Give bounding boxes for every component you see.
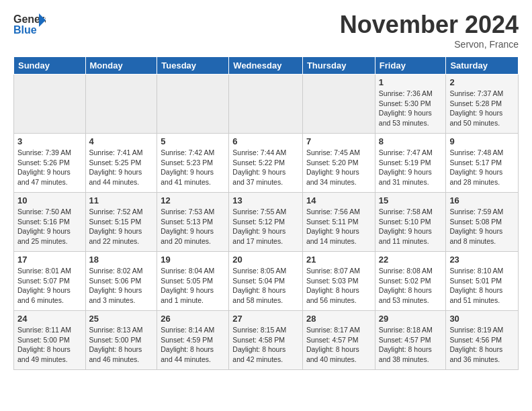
- calendar-cell: 9Sunrise: 7:48 AM Sunset: 5:17 PM Daylig…: [446, 134, 519, 193]
- weekday-header: Friday: [375, 57, 446, 75]
- day-info: Sunrise: 8:18 AM Sunset: 4:57 PM Dayligh…: [379, 325, 443, 365]
- weekday-header: Sunday: [14, 57, 86, 75]
- calendar-cell: 24Sunrise: 8:11 AM Sunset: 5:00 PM Dayli…: [14, 311, 86, 370]
- calendar-cell: 10Sunrise: 7:50 AM Sunset: 5:16 PM Dayli…: [14, 193, 86, 252]
- day-number: 23: [449, 255, 515, 265]
- day-number: 16: [449, 195, 515, 205]
- calendar-cell: 16Sunrise: 7:59 AM Sunset: 5:08 PM Dayli…: [446, 193, 519, 252]
- day-number: 19: [161, 255, 225, 265]
- calendar-cell: 11Sunrise: 7:52 AM Sunset: 5:15 PM Dayli…: [85, 193, 157, 252]
- calendar-cell: 7Sunrise: 7:45 AM Sunset: 5:20 PM Daylig…: [302, 134, 375, 193]
- day-info: Sunrise: 7:56 AM Sunset: 5:11 PM Dayligh…: [306, 207, 371, 246]
- day-number: 4: [89, 136, 154, 146]
- weekday-header: Saturday: [446, 57, 519, 75]
- day-info: Sunrise: 7:48 AM Sunset: 5:17 PM Dayligh…: [449, 148, 515, 187]
- calendar-cell: 5Sunrise: 7:42 AM Sunset: 5:23 PM Daylig…: [157, 134, 229, 193]
- calendar-cell: 30Sunrise: 8:19 AM Sunset: 4:56 PM Dayli…: [446, 311, 519, 370]
- day-info: Sunrise: 7:44 AM Sunset: 5:22 PM Dayligh…: [232, 148, 299, 187]
- calendar-cell: 1Sunrise: 7:36 AM Sunset: 5:30 PM Daylig…: [375, 75, 446, 134]
- calendar-cell: 4Sunrise: 7:41 AM Sunset: 5:25 PM Daylig…: [85, 134, 157, 193]
- page: General Blue November 2024 Servon, Franc…: [0, 0, 532, 381]
- day-info: Sunrise: 8:19 AM Sunset: 4:56 PM Dayligh…: [449, 325, 515, 365]
- calendar-cell: 29Sunrise: 8:18 AM Sunset: 4:57 PM Dayli…: [375, 311, 446, 370]
- day-info: Sunrise: 8:07 AM Sunset: 5:03 PM Dayligh…: [306, 266, 371, 306]
- day-number: 28: [306, 314, 371, 324]
- day-number: 21: [306, 255, 371, 265]
- weekday-header: Tuesday: [157, 57, 229, 75]
- day-info: Sunrise: 7:52 AM Sunset: 5:15 PM Dayligh…: [89, 207, 154, 246]
- day-number: 12: [161, 195, 225, 205]
- calendar-cell: 2Sunrise: 7:37 AM Sunset: 5:28 PM Daylig…: [446, 75, 519, 134]
- calendar-cell: 17Sunrise: 8:01 AM Sunset: 5:07 PM Dayli…: [14, 252, 86, 311]
- day-info: Sunrise: 7:39 AM Sunset: 5:26 PM Dayligh…: [17, 148, 82, 187]
- weekday-header: Thursday: [302, 57, 375, 75]
- day-number: 17: [17, 255, 82, 265]
- day-number: 18: [89, 255, 154, 265]
- day-info: Sunrise: 7:55 AM Sunset: 5:12 PM Dayligh…: [232, 207, 299, 246]
- day-number: 22: [379, 255, 443, 265]
- location: Servon, France: [340, 39, 519, 50]
- calendar-cell: 8Sunrise: 7:47 AM Sunset: 5:19 PM Daylig…: [375, 134, 446, 193]
- calendar-cell: 3Sunrise: 7:39 AM Sunset: 5:26 PM Daylig…: [14, 134, 86, 193]
- day-info: Sunrise: 8:01 AM Sunset: 5:07 PM Dayligh…: [17, 266, 82, 306]
- calendar-cell: [157, 75, 229, 134]
- calendar-week-row: 3Sunrise: 7:39 AM Sunset: 5:26 PM Daylig…: [14, 134, 519, 193]
- day-info: Sunrise: 7:58 AM Sunset: 5:10 PM Dayligh…: [379, 207, 443, 246]
- calendar-cell: 25Sunrise: 8:13 AM Sunset: 5:00 PM Dayli…: [85, 311, 157, 370]
- day-info: Sunrise: 7:37 AM Sunset: 5:28 PM Dayligh…: [449, 89, 515, 128]
- day-number: 2: [449, 77, 515, 87]
- title-block: November 2024 Servon, France: [340, 11, 519, 50]
- day-number: 7: [306, 136, 371, 146]
- day-info: Sunrise: 7:59 AM Sunset: 5:08 PM Dayligh…: [449, 207, 515, 246]
- day-info: Sunrise: 7:42 AM Sunset: 5:23 PM Dayligh…: [161, 148, 225, 187]
- day-info: Sunrise: 8:13 AM Sunset: 5:00 PM Dayligh…: [89, 325, 154, 365]
- day-info: Sunrise: 8:08 AM Sunset: 5:02 PM Dayligh…: [379, 266, 443, 306]
- svg-text:Blue: Blue: [13, 24, 37, 36]
- calendar-cell: [85, 75, 157, 134]
- day-number: 25: [89, 314, 154, 324]
- day-number: 27: [232, 314, 299, 324]
- calendar-cell: 13Sunrise: 7:55 AM Sunset: 5:12 PM Dayli…: [229, 193, 303, 252]
- calendar-cell: 23Sunrise: 8:10 AM Sunset: 5:01 PM Dayli…: [446, 252, 519, 311]
- day-info: Sunrise: 8:11 AM Sunset: 5:00 PM Dayligh…: [17, 325, 82, 365]
- day-info: Sunrise: 7:50 AM Sunset: 5:16 PM Dayligh…: [17, 207, 82, 246]
- calendar-cell: 19Sunrise: 8:04 AM Sunset: 5:05 PM Dayli…: [157, 252, 229, 311]
- calendar-cell: 26Sunrise: 8:14 AM Sunset: 4:59 PM Dayli…: [157, 311, 229, 370]
- day-number: 26: [161, 314, 225, 324]
- day-info: Sunrise: 7:36 AM Sunset: 5:30 PM Dayligh…: [379, 89, 443, 128]
- day-info: Sunrise: 8:05 AM Sunset: 5:04 PM Dayligh…: [232, 266, 299, 306]
- day-info: Sunrise: 8:17 AM Sunset: 4:57 PM Dayligh…: [306, 325, 371, 365]
- calendar-cell: [302, 75, 375, 134]
- calendar-cell: [229, 75, 303, 134]
- day-number: 6: [232, 136, 299, 146]
- day-number: 9: [449, 136, 515, 146]
- day-number: 15: [379, 195, 443, 205]
- day-number: 5: [161, 136, 225, 146]
- calendar-week-row: 10Sunrise: 7:50 AM Sunset: 5:16 PM Dayli…: [14, 193, 519, 252]
- logo: General Blue: [13, 11, 46, 43]
- day-info: Sunrise: 7:47 AM Sunset: 5:19 PM Dayligh…: [379, 148, 443, 187]
- day-number: 11: [89, 195, 154, 205]
- day-number: 1: [379, 77, 443, 87]
- calendar-cell: 28Sunrise: 8:17 AM Sunset: 4:57 PM Dayli…: [302, 311, 375, 370]
- calendar-cell: 27Sunrise: 8:15 AM Sunset: 4:58 PM Dayli…: [229, 311, 303, 370]
- logo-icon: General Blue: [13, 11, 46, 40]
- calendar-cell: 22Sunrise: 8:08 AM Sunset: 5:02 PM Dayli…: [375, 252, 446, 311]
- day-info: Sunrise: 8:15 AM Sunset: 4:58 PM Dayligh…: [232, 325, 299, 365]
- calendar-cell: 12Sunrise: 7:53 AM Sunset: 5:13 PM Dayli…: [157, 193, 229, 252]
- weekday-header: Monday: [85, 57, 157, 75]
- weekday-header-row: SundayMondayTuesdayWednesdayThursdayFrid…: [14, 57, 519, 75]
- day-number: 8: [379, 136, 443, 146]
- calendar-cell: 14Sunrise: 7:56 AM Sunset: 5:11 PM Dayli…: [302, 193, 375, 252]
- calendar-cell: 20Sunrise: 8:05 AM Sunset: 5:04 PM Dayli…: [229, 252, 303, 311]
- calendar-week-row: 1Sunrise: 7:36 AM Sunset: 5:30 PM Daylig…: [14, 75, 519, 134]
- day-number: 3: [17, 136, 82, 146]
- day-number: 13: [232, 195, 299, 205]
- day-info: Sunrise: 7:53 AM Sunset: 5:13 PM Dayligh…: [161, 207, 225, 246]
- day-number: 29: [379, 314, 443, 324]
- day-number: 30: [449, 314, 515, 324]
- day-info: Sunrise: 7:41 AM Sunset: 5:25 PM Dayligh…: [89, 148, 154, 187]
- day-number: 10: [17, 195, 82, 205]
- weekday-header: Wednesday: [229, 57, 303, 75]
- calendar-week-row: 17Sunrise: 8:01 AM Sunset: 5:07 PM Dayli…: [14, 252, 519, 311]
